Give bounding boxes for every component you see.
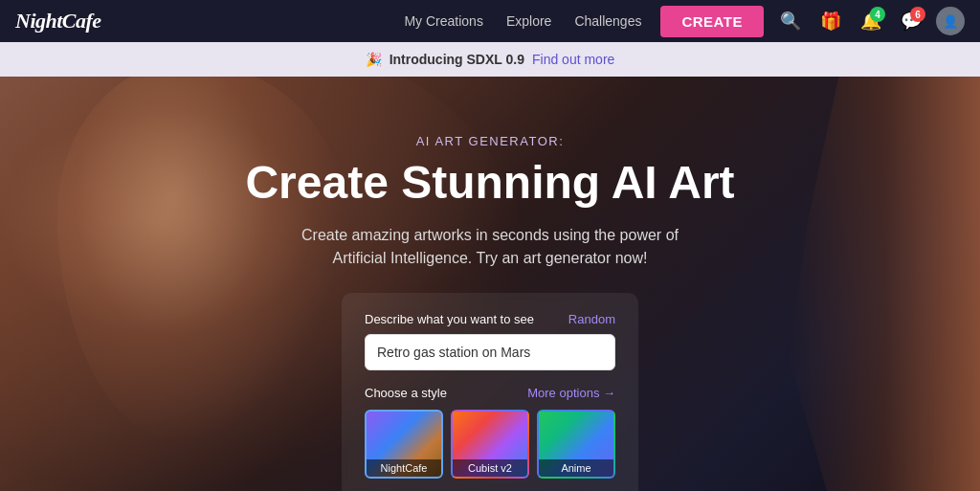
logo: NightCafe <box>15 9 101 33</box>
style-label: Choose a style <box>365 386 447 400</box>
hero-subtitle: AI ART GENERATOR: <box>416 134 565 148</box>
nav-challenges[interactable]: Challenges <box>574 13 641 29</box>
search-icon: 🔍 <box>780 11 801 32</box>
avatar[interactable]: 👤 <box>936 7 965 35</box>
navbar: NightCafe My Creations Explore Challenge… <box>0 0 980 42</box>
messages-button[interactable]: 💬 6 <box>896 6 926 36</box>
style-nightcafe-label: NightCafe <box>367 459 441 477</box>
style-thumbnails: NightCafe Cubist v2 Anime <box>365 410 615 479</box>
nav-create-button[interactable]: CREATE <box>660 6 764 37</box>
announcement-link[interactable]: Find out more <box>532 52 614 67</box>
messages-badge: 6 <box>910 7 925 22</box>
prompt-input[interactable] <box>365 334 615 370</box>
notifications-button[interactable]: 🔔 4 <box>856 6 886 36</box>
style-label-row: Choose a style More options → <box>365 386 615 400</box>
style-cubist-label: Cubist v2 <box>453 459 527 477</box>
style-nightcafe[interactable]: NightCafe <box>365 410 443 479</box>
avatar-icon: 👤 <box>943 14 958 29</box>
nav-explore[interactable]: Explore <box>506 13 551 29</box>
announcement-bar: 🎉 Introducing SDXL 0.9 Find out more <box>0 42 980 77</box>
nav-links: My Creations Explore Challenges <box>404 13 641 29</box>
hero-title: Create Stunning AI Art <box>245 158 734 209</box>
announcement-emoji: 🎉 <box>366 52 382 67</box>
nav-my-creations[interactable]: My Creations <box>404 13 482 29</box>
gift-icon: 🎁 <box>820 11 841 32</box>
hero-content: AI ART GENERATOR: Create Stunning AI Art… <box>0 77 980 491</box>
nav-icon-group: 🔍 🎁 🔔 4 💬 6 👤 <box>775 6 965 36</box>
random-link[interactable]: Random <box>568 312 615 326</box>
notifications-badge: 4 <box>870 7 885 22</box>
gift-button[interactable]: 🎁 <box>815 6 846 36</box>
hero-description: Create amazing artworks in seconds using… <box>289 224 691 270</box>
prompt-label-row: Describe what you want to see Random <box>365 312 615 326</box>
creation-form: Describe what you want to see Random Cho… <box>342 293 638 491</box>
more-options-link[interactable]: More options → <box>527 386 615 400</box>
style-anime[interactable]: Anime <box>537 410 615 479</box>
announcement-text: Introducing SDXL 0.9 <box>390 52 524 67</box>
style-anime-label: Anime <box>539 459 613 477</box>
search-button[interactable]: 🔍 <box>775 6 806 36</box>
describe-label: Describe what you want to see <box>365 312 534 326</box>
style-cubist[interactable]: Cubist v2 <box>451 410 529 479</box>
